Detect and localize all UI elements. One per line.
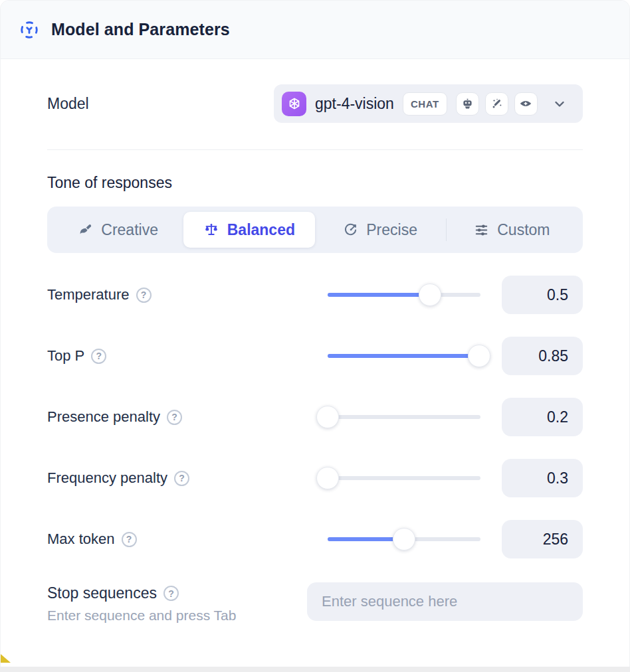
- selected-model-name: gpt-4-vision: [315, 95, 394, 113]
- top-p-row: Top P ? 0.85: [47, 337, 583, 375]
- presence-penalty-label: Presence penalty ?: [47, 408, 182, 426]
- robot-icon: [456, 92, 479, 116]
- background-corner-decoration: [1, 654, 11, 663]
- panel-title: Model and Parameters: [51, 20, 230, 39]
- sliders-icon: [474, 222, 489, 238]
- tone-option-precise[interactable]: Precise: [315, 212, 446, 248]
- balance-scale-icon: [203, 222, 219, 238]
- top-p-label: Top P ?: [47, 347, 106, 365]
- stop-sequences-row: Stop sequences ? Enter sequence and pres…: [47, 582, 583, 624]
- help-icon[interactable]: ?: [163, 586, 179, 601]
- temperature-row: Temperature ? 0.5: [47, 276, 583, 314]
- chevron-down-icon: [552, 96, 568, 112]
- max-token-slider[interactable]: [328, 528, 480, 550]
- frequency-penalty-slider[interactable]: [328, 467, 480, 489]
- help-icon[interactable]: ?: [167, 410, 182, 425]
- slider-thumb[interactable]: [419, 284, 441, 306]
- presence-penalty-row: Presence penalty ? 0.2: [47, 398, 583, 436]
- model-label: Model: [47, 95, 89, 113]
- help-icon[interactable]: ?: [91, 349, 106, 364]
- stop-sequence-input[interactable]: [307, 582, 583, 621]
- tone-option-label: Balanced: [227, 221, 295, 239]
- temperature-slider[interactable]: [328, 284, 480, 306]
- tone-segmented-control: Creative Balanced: [47, 207, 583, 253]
- target-dart-icon: [343, 222, 358, 238]
- slider-thumb[interactable]: [468, 345, 490, 367]
- help-icon[interactable]: ?: [136, 288, 152, 303]
- help-icon[interactable]: ?: [174, 471, 189, 486]
- vision-eye-icon: [514, 92, 538, 116]
- temperature-value[interactable]: 0.5: [502, 276, 583, 314]
- slider-thumb[interactable]: [316, 406, 339, 428]
- model-select-dropdown[interactable]: gpt-4-vision CHAT: [274, 84, 583, 123]
- top-p-slider[interactable]: [328, 345, 480, 367]
- model-hub-icon: [19, 20, 39, 40]
- frequency-penalty-label: Frequency penalty ?: [47, 469, 189, 487]
- tone-option-balanced[interactable]: Balanced: [183, 212, 314, 248]
- panel-header: Model and Parameters: [1, 1, 629, 59]
- slider-thumb[interactable]: [316, 467, 339, 489]
- frequency-penalty-value[interactable]: 0.3: [502, 459, 583, 497]
- stop-sequences-hint: Enter sequence and press Tab: [47, 608, 236, 624]
- slider-thumb[interactable]: [393, 528, 415, 550]
- presence-penalty-value[interactable]: 0.2: [502, 398, 583, 436]
- model-row: Model gpt-4-vision CHAT: [47, 84, 583, 123]
- openai-logo: [282, 92, 306, 116]
- max-token-label: Max token ?: [47, 531, 137, 548]
- help-icon[interactable]: ?: [122, 532, 137, 547]
- tone-option-label: Creative: [101, 221, 158, 239]
- stop-sequences-labels: Stop sequences ? Enter sequence and pres…: [47, 582, 236, 624]
- paintbrush-icon: [78, 222, 93, 238]
- tone-option-custom[interactable]: Custom: [447, 212, 578, 248]
- presence-penalty-slider[interactable]: [328, 406, 480, 428]
- max-token-row: Max token ? 256: [47, 520, 583, 558]
- magic-wand-icon: [485, 92, 508, 116]
- max-token-value[interactable]: 256: [502, 520, 583, 558]
- stop-sequences-label: Stop sequences ?: [47, 584, 236, 602]
- background-bottom-strip: [0, 667, 630, 672]
- model-parameters-panel: Model and Parameters Model gpt-4-vision …: [0, 0, 630, 667]
- tone-option-creative[interactable]: Creative: [52, 212, 183, 248]
- model-type-badge: CHAT: [403, 92, 447, 116]
- tone-option-label: Custom: [497, 221, 550, 239]
- temperature-label: Temperature ?: [47, 286, 152, 303]
- tone-section-title: Tone of responses: [47, 174, 583, 192]
- top-p-value[interactable]: 0.85: [502, 337, 583, 375]
- section-divider: [47, 149, 583, 150]
- frequency-penalty-row: Frequency penalty ? 0.3: [47, 459, 583, 497]
- tone-option-label: Precise: [366, 221, 417, 239]
